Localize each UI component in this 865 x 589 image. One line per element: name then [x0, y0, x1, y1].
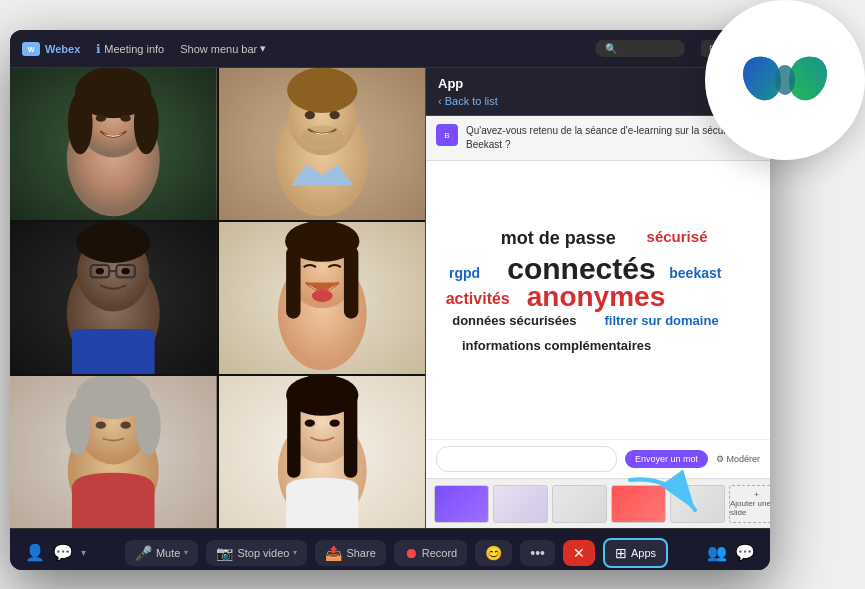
svg-point-25: [122, 268, 130, 274]
word-cloud: mot de passe sécurisé rgpd connectés bee…: [426, 161, 770, 439]
webex-logo: W Webex: [22, 42, 80, 56]
chat-secondary-icon: 💬: [53, 543, 73, 562]
svg-point-14: [301, 125, 342, 146]
svg-point-13: [287, 68, 357, 113]
webex-w-logo: [735, 40, 835, 120]
svg-point-40: [96, 422, 106, 429]
stop-video-button[interactable]: 📷 Stop video ▾: [206, 540, 307, 566]
share-button[interactable]: 📤 Share: [315, 540, 385, 566]
participant-video-4: [219, 222, 426, 374]
svg-point-41: [120, 422, 130, 429]
svg-point-38: [66, 397, 91, 455]
word-filtrer-sur-domaine: filtrer sur domaine: [604, 313, 718, 328]
word-anonymes: anonymes: [527, 281, 666, 313]
microphone-icon: 🎤: [135, 545, 152, 561]
participant-video-1: [10, 68, 217, 220]
slide-thumb-1[interactable]: [434, 485, 489, 523]
share-icon: 📤: [325, 545, 342, 561]
word-activites: activités: [446, 290, 510, 308]
svg-point-33: [311, 290, 332, 302]
video-cell-3: [10, 222, 217, 374]
participant-video-2: [219, 68, 426, 220]
webex-brand-circle: [705, 0, 865, 160]
end-call-icon: ✕: [573, 545, 585, 561]
svg-rect-47: [343, 395, 356, 478]
video-grid: [10, 68, 425, 528]
word-rgpd: rgpd: [449, 265, 480, 281]
emoji-icon: 😊: [485, 545, 502, 561]
svg-rect-32: [343, 246, 357, 318]
record-button[interactable]: ⏺ Record: [394, 540, 467, 566]
send-button[interactable]: Envoyer un mot: [625, 450, 708, 468]
svg-point-6: [68, 92, 93, 154]
chevron-left-icon: ‹: [438, 95, 442, 107]
moderate-button[interactable]: ⚙ Modérer: [716, 454, 760, 464]
main-content: App ‹ Back to list B Qu'avez-vous retenu…: [10, 68, 770, 528]
video-cell-5: [10, 376, 217, 528]
record-icon: ⏺: [404, 545, 418, 561]
svg-point-39: [136, 397, 161, 455]
bottom-right-controls: 👥 💬: [707, 543, 760, 562]
send-input[interactable]: [436, 446, 617, 472]
slides-bar: + Ajouter une slide ⊞ Organiser 8 / 11 s…: [426, 478, 770, 528]
arrow-annotation: [610, 470, 710, 534]
message-icon[interactable]: 💬: [735, 543, 755, 562]
video-caret-icon: ▾: [293, 548, 297, 557]
question-avatar: B: [436, 124, 458, 146]
slide-thumb-2[interactable]: [493, 485, 548, 523]
participant-video-3: [10, 222, 217, 374]
search-bar[interactable]: 🔍: [595, 40, 685, 57]
word-cloud-inner: mot de passe sécurisé rgpd connectés bee…: [436, 220, 760, 380]
word-donnees-securisees: données sécurisées: [452, 313, 576, 328]
slide-thumb-3[interactable]: [552, 485, 607, 523]
participant-video-5: [10, 376, 217, 528]
svg-point-16: [329, 111, 339, 119]
apps-grid-icon: ⊞: [615, 545, 627, 561]
send-bar: Envoyer un mot ⚙ Modérer: [426, 439, 770, 478]
word-informations-complementaires: informations complémentaires: [462, 338, 651, 353]
camera-icon: 📷: [216, 545, 233, 561]
show-menu-button[interactable]: Show menu bar ▾: [180, 42, 266, 55]
video-cell-2: [219, 68, 426, 220]
info-icon: ℹ: [96, 42, 101, 56]
word-beekast: beekast: [669, 265, 721, 281]
video-cell-4: [219, 222, 426, 374]
search-icon: 🔍: [605, 43, 617, 54]
participant-video-6: [219, 376, 426, 528]
svg-point-9: [120, 115, 130, 122]
svg-point-48: [304, 419, 314, 426]
question-text: Qu'avez-vous retenu de la séance d'e-lea…: [466, 124, 760, 152]
svg-point-24: [96, 268, 104, 274]
app-panel: App ‹ Back to list B Qu'avez-vous retenu…: [425, 68, 770, 528]
chevron-down-icon: ▾: [81, 547, 86, 558]
bottom-left-controls: 👤 💬 ▾: [20, 543, 86, 562]
svg-point-7: [134, 92, 159, 154]
video-cell-1: [10, 68, 217, 220]
end-call-button[interactable]: ✕: [563, 540, 595, 566]
video-cell-6: [219, 376, 426, 528]
add-slide-button[interactable]: + Ajouter une slide: [729, 485, 770, 523]
svg-point-49: [329, 419, 339, 426]
word-mot-de-passe: mot de passe: [501, 228, 616, 249]
more-button[interactable]: •••: [520, 540, 555, 566]
app-content: B Qu'avez-vous retenu de la séance d'e-l…: [426, 116, 770, 528]
svg-rect-46: [287, 395, 300, 478]
apps-button[interactable]: ⊞ Apps: [603, 538, 668, 568]
top-bar: W Webex ℹ Meeting info Show menu bar ▾ 🔍…: [10, 30, 770, 68]
svg-point-15: [304, 111, 314, 119]
svg-point-51: [775, 65, 795, 95]
mute-caret-icon: ▾: [184, 548, 188, 557]
svg-point-20: [76, 222, 150, 263]
svg-point-8: [96, 115, 106, 122]
svg-text:W: W: [28, 46, 35, 53]
reactions-button[interactable]: 😊: [475, 540, 512, 566]
people-icon[interactable]: 👥: [707, 543, 727, 562]
more-icon: •••: [530, 545, 545, 561]
webex-logo-icon: W: [22, 42, 40, 56]
word-securise: sécurisé: [647, 228, 708, 245]
svg-rect-31: [286, 246, 300, 318]
svg-rect-26: [72, 329, 155, 374]
bottom-toolbar: 👤 💬 ▾ 🎤 Mute ▾ 📷 Stop video ▾ 📤 Share ⏺ …: [10, 528, 770, 570]
mute-button[interactable]: 🎤 Mute ▾: [125, 540, 198, 566]
meeting-info-button[interactable]: ℹ Meeting info: [96, 42, 164, 56]
